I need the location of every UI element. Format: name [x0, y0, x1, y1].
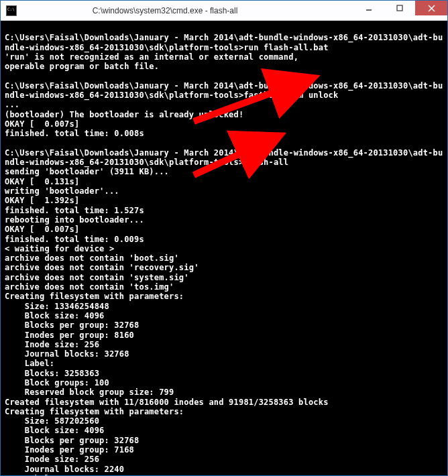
minimize-button[interactable] — [353, 1, 384, 15]
cmd-icon — [6, 5, 17, 16]
close-button[interactable] — [415, 1, 447, 15]
window-title: C:\windows\system32\cmd.exe - flash-all — [0, 6, 353, 15]
minimize-icon — [366, 5, 372, 11]
window-controls — [353, 1, 447, 20]
titlebar[interactable]: C:\windows\system32\cmd.exe - flash-all — [1, 1, 447, 21]
maximize-button[interactable] — [384, 1, 415, 15]
close-icon — [428, 5, 435, 12]
cmd-window: C:\windows\system32\cmd.exe - flash-all … — [0, 0, 448, 476]
terminal-output[interactable]: C:\Users\Faisal\Downloads\January - Marc… — [1, 21, 447, 475]
svg-rect-1 — [397, 5, 402, 11]
maximize-icon — [396, 5, 403, 11]
